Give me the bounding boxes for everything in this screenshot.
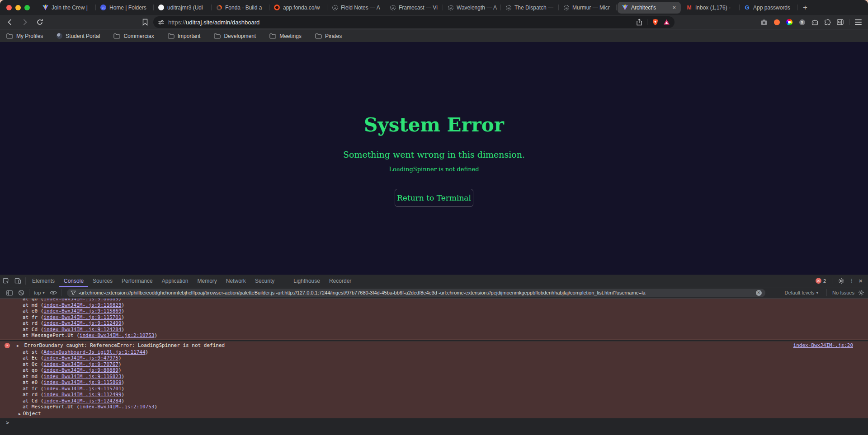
brave-shield-icon[interactable] [652, 19, 659, 26]
folder-icon [214, 33, 221, 39]
sidebar-search-icon[interactable] [836, 19, 844, 26]
devtools-tab-recorder[interactable]: Recorder [325, 275, 356, 287]
source-link[interactable]: index-BwxJ4IM-.js:9:112499 [43, 392, 121, 398]
source-link[interactable]: index-BwxJ4IM-.js:9:47975 [43, 355, 118, 361]
clear-filter-icon[interactable] [756, 290, 762, 296]
tab-framecast[interactable]: Framecast — Vi [385, 0, 443, 15]
expand-triangle-icon[interactable] [17, 343, 19, 349]
filter-text: -url:chrome-extension://phillbeieoddghch… [79, 290, 753, 295]
robot-icon[interactable] [811, 19, 818, 26]
back-button[interactable] [5, 18, 14, 27]
browser-menu-icon[interactable] [855, 19, 862, 25]
close-tab-icon[interactable] [671, 4, 677, 11]
bookmark-folder-important[interactable]: Important [168, 33, 201, 39]
console-context-dropdown[interactable]: top [31, 290, 47, 295]
extensions-puzzle-icon[interactable] [824, 19, 831, 26]
zoom-window-button[interactable] [24, 5, 30, 10]
tab-github[interactable]: uditrajmr3 (Udi [154, 0, 212, 15]
bookmark-folder-development[interactable]: Development [214, 33, 256, 39]
new-tab-button[interactable] [797, 3, 813, 12]
page-title: System Error [364, 114, 504, 136]
source-link[interactable]: index-BwxJ4IM-.js:9:80889 [43, 299, 118, 302]
devtools-tab-console[interactable]: Console [59, 275, 88, 287]
source-link[interactable]: index-BwxJ4IM-.js:9:115869 [43, 308, 121, 314]
bookmark-folder-my-profiles[interactable]: My Profiles [6, 33, 43, 39]
source-link[interactable]: index-BwxJ4IM-.js:2:10753 [80, 404, 155, 410]
extension-orange-icon[interactable] [773, 19, 780, 26]
inspect-element-icon[interactable] [0, 275, 12, 287]
console-sidebar-icon[interactable] [4, 287, 15, 298]
bookmark-folder-commerciax[interactable]: Commerciax [113, 33, 154, 39]
bookmark-label: My Profiles [16, 33, 43, 39]
share-icon[interactable] [636, 19, 642, 26]
source-link[interactable]: index-BwxJ4IM-.js:9:70767 [43, 361, 118, 367]
error-source-link[interactable]: index-BwxJ4IM-.js:20 [793, 342, 853, 349]
extension-s-icon[interactable] [798, 19, 806, 26]
tab-field-notes[interactable]: Field Notes — A [327, 0, 385, 15]
bookmark-folder-meetings[interactable]: Meetings [269, 33, 302, 39]
issues-link[interactable]: No Issues [832, 290, 854, 295]
divider [29, 289, 29, 296]
devtools-close-icon[interactable] [859, 277, 863, 285]
tab-app-passwords[interactable]: App passwords [740, 0, 797, 15]
return-to-terminal-button[interactable]: Return to Terminal [395, 189, 473, 207]
source-link[interactable]: index-BwxJ4IM-.js:9:115701 [43, 314, 121, 320]
devtools-tab-performance[interactable]: Performance [117, 275, 157, 287]
source-link[interactable]: index-BwxJ4IM-.js:9:124284 [43, 327, 121, 332]
live-expression-eye-icon[interactable] [47, 287, 59, 298]
site-settings-icon[interactable] [158, 19, 165, 26]
source-link[interactable]: index-BwxJ4IM-.js:2:10753 [80, 332, 155, 338]
bookmark-icon[interactable] [141, 18, 150, 27]
reload-button[interactable] [35, 18, 44, 27]
source-link[interactable]: index-BwxJ4IM-.js:9:115701 [43, 386, 121, 392]
bookmark-student-portal[interactable]: Student Portal [57, 33, 100, 39]
devtools-tab-sources[interactable]: Sources [88, 275, 117, 287]
tab-inbox[interactable]: Inbox (1,176) - [682, 0, 740, 15]
forward-button[interactable] [20, 18, 29, 27]
minimize-window-button[interactable] [15, 5, 21, 10]
source-link[interactable]: index-BwxJ4IM-.js:9:115869 [43, 379, 121, 385]
console-log-area[interactable]: at qo (index-BwxJ4IM-.js:9:80889) at md … [0, 299, 868, 435]
close-window-button[interactable] [6, 5, 12, 10]
clear-console-icon[interactable] [15, 287, 27, 298]
error-count-badge[interactable]: 2 [816, 278, 826, 284]
tab-app-fonda[interactable]: app.fonda.co/w [269, 0, 327, 15]
tab-join-the-crew[interactable]: Join the Crew | [38, 0, 96, 15]
console-prompt[interactable]: > [6, 420, 9, 426]
url-text[interactable]: https://uditraj.site/admin/dashboard [168, 19, 636, 26]
tab-murmur[interactable]: Murmur — Micr [559, 0, 617, 15]
tab-architects-active[interactable]: Architect's [618, 2, 681, 14]
color-wheel-icon[interactable] [786, 19, 793, 26]
source-link[interactable]: index-BwxJ4IM-.js:9:80889 [43, 367, 118, 373]
log-levels-dropdown[interactable]: Default levels [782, 290, 821, 295]
devtools-tab-memory[interactable]: Memory [193, 275, 222, 287]
tab-title: Join the Crew | [52, 5, 92, 11]
screenshot-camera-icon[interactable] [760, 19, 768, 26]
tab-wavelength[interactable]: Wavelength — A [443, 0, 501, 15]
device-toolbar-icon[interactable] [12, 275, 24, 287]
brave-rewards-icon[interactable] [663, 19, 670, 25]
address-bar[interactable]: https://uditraj.site/admin/dashboard [153, 16, 675, 28]
bookmark-folder-pirates[interactable]: Pirates [315, 33, 342, 39]
console-filter-input[interactable]: -url:chrome-extension://phillbeieoddghch… [67, 289, 765, 297]
folder-icon [113, 33, 120, 39]
source-link[interactable]: index-BwxJ4IM-.js:9:124284 [43, 398, 121, 404]
devtools-settings-gear-icon[interactable] [838, 278, 844, 284]
source-link[interactable]: AdminDashboard-Js_igi9l.js:1:11744 [43, 349, 145, 355]
devtools-tab-lighthouse[interactable]: Lighthouse [289, 275, 325, 287]
devtools-tab-security[interactable]: Security [250, 275, 279, 287]
devtools-menu-icon[interactable] [849, 277, 854, 284]
console-settings-gear-icon[interactable] [858, 290, 864, 296]
tab-fonda[interactable]: Fonda - Build a [212, 0, 269, 15]
devtools-tab-network[interactable]: Network [222, 275, 250, 287]
object-expander[interactable]: Object [0, 410, 868, 417]
source-link[interactable]: index-BwxJ4IM-.js:9:112499 [43, 320, 121, 326]
tab-title: Architect's [631, 5, 669, 11]
source-link[interactable]: index-BwxJ4IM-.js:9:116823 [43, 302, 121, 308]
tab-home-folders[interactable]: Home | Folders [96, 0, 154, 15]
error-message: ErrorBoundary caught: ReferenceError: Lo… [24, 342, 225, 348]
devtools-tab-elements[interactable]: Elements [28, 275, 59, 287]
source-link[interactable]: index-BwxJ4IM-.js:9:116823 [43, 374, 121, 379]
tab-the-dispatch[interactable]: The Dispatch — [501, 0, 559, 15]
devtools-tab-application[interactable]: Application [157, 275, 193, 287]
